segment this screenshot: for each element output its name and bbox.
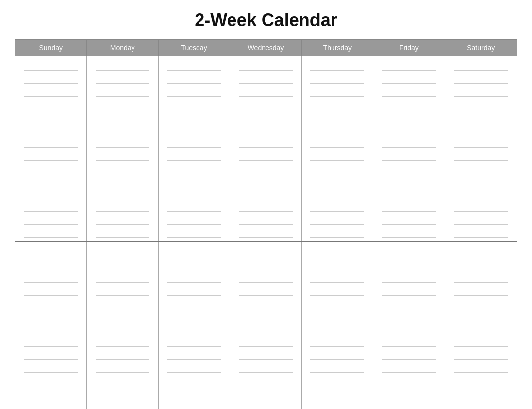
calendar-line — [382, 349, 436, 360]
calendar-line — [454, 111, 508, 122]
calendar-line — [310, 259, 364, 270]
day-cell-week1-wednesday — [230, 56, 301, 241]
calendar-line — [454, 175, 508, 186]
calendar-line — [454, 298, 508, 308]
calendar-line — [382, 362, 436, 373]
calendar-line — [310, 272, 364, 283]
calendar-line — [24, 99, 78, 109]
calendar-line — [239, 124, 293, 135]
calendar-line — [24, 201, 78, 212]
calendar-line — [96, 99, 149, 109]
calendar-line — [310, 227, 364, 238]
calendar-line — [24, 124, 78, 135]
calendar-line — [310, 124, 364, 135]
calendar-line — [96, 111, 149, 122]
calendar-line — [96, 375, 149, 385]
calendar-line — [96, 60, 149, 71]
page-title: 2-Week Calendar — [195, 10, 337, 31]
calendar-line — [96, 272, 149, 283]
calendar-line — [382, 137, 436, 148]
calendar-line — [167, 285, 221, 296]
calendar-line — [310, 99, 364, 109]
calendar-line — [96, 246, 149, 257]
calendar-line — [310, 400, 364, 409]
calendar-line — [310, 310, 364, 321]
calendar-line — [382, 99, 436, 109]
calendar-line — [96, 124, 149, 135]
day-cell-week2-monday — [87, 242, 158, 409]
calendar-line — [96, 73, 149, 84]
day-cell-week1-sunday — [15, 56, 87, 241]
calendar-line — [454, 188, 508, 199]
calendar-line — [382, 175, 436, 186]
header-day-monday: Monday — [87, 40, 158, 56]
calendar-line — [310, 137, 364, 148]
calendar-line — [239, 99, 293, 109]
calendar-line — [239, 150, 293, 161]
calendar-line — [239, 137, 293, 148]
calendar-line — [454, 246, 508, 257]
calendar-line — [24, 323, 78, 334]
calendar-line — [454, 336, 508, 347]
calendar-line — [96, 349, 149, 360]
calendar-line — [96, 163, 149, 173]
calendar-line — [382, 298, 436, 308]
calendar-line — [167, 400, 221, 409]
calendar-line — [24, 259, 78, 270]
calendar-line — [167, 362, 221, 373]
calendar-line — [24, 111, 78, 122]
calendar-line — [167, 124, 221, 135]
header-day-tuesday: Tuesday — [159, 40, 230, 56]
header-day-saturday: Saturday — [445, 40, 517, 56]
calendar-line — [382, 387, 436, 398]
calendar-line — [454, 124, 508, 135]
day-cell-week2-thursday — [302, 242, 373, 409]
calendar-line — [310, 375, 364, 385]
calendar-line — [167, 214, 221, 225]
calendar-line — [239, 323, 293, 334]
day-cell-week2-tuesday — [159, 242, 230, 409]
calendar-line — [382, 188, 436, 199]
calendar-line — [454, 60, 508, 71]
calendar-line — [239, 188, 293, 199]
calendar-line — [24, 298, 78, 308]
header-day-thursday: Thursday — [302, 40, 373, 56]
calendar-line — [239, 175, 293, 186]
calendar-line — [24, 272, 78, 283]
calendar-line — [454, 137, 508, 148]
calendar-line — [454, 400, 508, 409]
calendar-line — [167, 246, 221, 257]
calendar-line — [167, 111, 221, 122]
calendar-line — [239, 310, 293, 321]
calendar-line — [239, 375, 293, 385]
week-row-2 — [15, 242, 517, 409]
header-day-friday: Friday — [373, 40, 445, 56]
calendar-line — [239, 163, 293, 173]
calendar-line — [239, 336, 293, 347]
calendar-line — [167, 375, 221, 385]
calendar-line — [96, 387, 149, 398]
calendar-line — [310, 201, 364, 212]
calendar-line — [24, 227, 78, 238]
weeks-container — [15, 56, 517, 409]
calendar-line — [239, 298, 293, 308]
calendar-line — [310, 349, 364, 360]
day-cell-week1-thursday — [302, 56, 373, 241]
calendar-line — [167, 60, 221, 71]
day-cell-week2-saturday — [445, 242, 517, 409]
calendar-line — [167, 298, 221, 308]
calendar-line — [96, 86, 149, 97]
calendar-line — [239, 73, 293, 84]
calendar-line — [382, 86, 436, 97]
calendar-line — [24, 246, 78, 257]
header-day-wednesday: Wednesday — [230, 40, 301, 56]
calendar-line — [24, 60, 78, 71]
calendar-line — [96, 323, 149, 334]
calendar-line — [167, 387, 221, 398]
day-cell-week1-saturday — [445, 56, 517, 241]
calendar-line — [24, 73, 78, 84]
calendar-line — [454, 272, 508, 283]
calendar-line — [310, 60, 364, 71]
day-cell-week2-sunday — [15, 242, 87, 409]
calendar-line — [382, 310, 436, 321]
